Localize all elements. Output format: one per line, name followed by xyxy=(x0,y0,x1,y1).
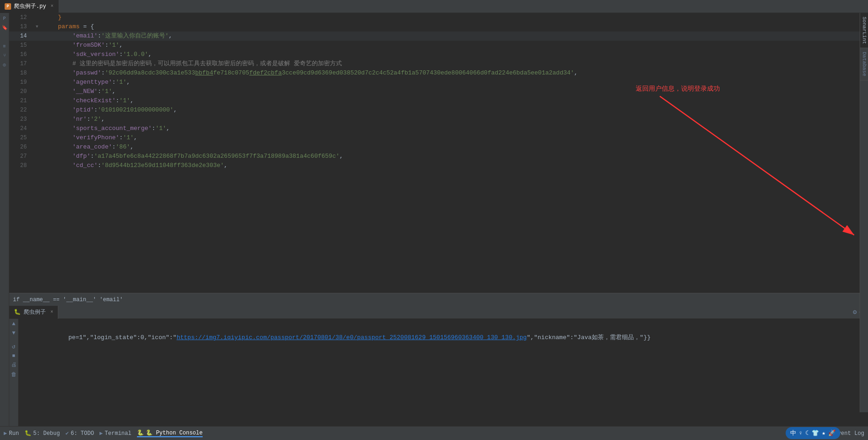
line-content-13: params = { xyxy=(42,22,868,31)
python-icon: 🐍 xyxy=(137,429,144,436)
system-tray-icon1: ♀ xyxy=(799,430,803,437)
todo-label: 6: TODO xyxy=(71,430,94,437)
system-tray-icon4: ★ xyxy=(822,429,825,437)
console-left-toolbar: ▲ ▼ ↺ ■ 🖨 🗑 xyxy=(9,319,19,426)
line-num-15: 15 xyxy=(9,41,32,50)
python-console-label: 🐍 Python Console xyxy=(146,429,203,436)
right-tab-database[interactable]: Database xyxy=(860,48,868,81)
console-output: pe=1","login_state":0,"icon":"https://im… xyxy=(19,319,868,426)
line-num-21: 21 xyxy=(9,96,32,105)
bottom-bar-text: if __name__ == '__main__' 'email' xyxy=(13,297,123,303)
structure-icon[interactable]: ≡ xyxy=(1,43,8,50)
console-trash-icon[interactable]: 🗑 xyxy=(11,371,17,378)
system-tray-icon2: ☾ xyxy=(805,429,809,437)
annotation-text: 返回用户信息，说明登录成功 xyxy=(636,85,720,92)
console-print-icon[interactable]: 🖨 xyxy=(11,361,17,368)
bottom-search-bar: if __name__ == '__main__' 'email' xyxy=(9,293,868,306)
status-run[interactable]: ▶ Run xyxy=(4,430,19,437)
python-file-icon: P xyxy=(5,3,11,10)
code-line-13: 13 ▼ params = { xyxy=(9,22,868,31)
left-sidebar: P 🔖 ≡ ⑂ ◎ xyxy=(0,13,9,426)
line-num-17: 17 xyxy=(9,59,32,68)
line-num-19: 19 xyxy=(9,78,32,87)
sonar-icon[interactable]: ◎ xyxy=(1,61,8,68)
console-output-line: pe=1","login_state":0,"icon":"https://im… xyxy=(25,322,862,353)
bookmark-icon[interactable]: 🔖 xyxy=(1,24,8,31)
run-label: Run xyxy=(9,430,19,437)
line-content-12: } xyxy=(42,13,868,22)
annotation-container: 返回用户信息，说明登录成功 xyxy=(636,85,720,93)
right-side-tabs: SonarLint Database xyxy=(860,13,868,412)
line-content-15: 'fromSDK':'1', xyxy=(42,41,868,50)
git-icon[interactable]: ⑂ xyxy=(1,52,8,59)
system-tray: 中 ♀ ☾ 👕 ★ 🚀 xyxy=(786,427,840,439)
status-debug[interactable]: 🐛 5: Debug xyxy=(25,430,60,437)
debug-label: 5: Debug xyxy=(33,430,60,437)
console-rerun-icon[interactable]: ↺ xyxy=(12,343,16,350)
line-content-17: # 这里的密码是加密后的密码，可以用抓包工具去获取加密后的密码，或者是破解 爱奇… xyxy=(42,59,868,68)
console-settings-icon[interactable]: ⚙ xyxy=(853,308,856,316)
line-gutter-13[interactable]: ▼ xyxy=(32,22,42,31)
console-tab-label: 爬虫例子 xyxy=(24,308,46,316)
line-num-28: 28 xyxy=(9,161,32,170)
todo-icon: ✔ xyxy=(65,430,68,437)
line-num-22: 22 xyxy=(9,105,32,115)
console-stop-icon[interactable]: ■ xyxy=(12,353,15,359)
console-url-link[interactable]: https://img7.iqiyipic.com/passport/20170… xyxy=(177,334,527,341)
code-line-19: 19 'agenttype':'1', xyxy=(9,78,868,87)
line-num-27: 27 xyxy=(9,152,32,161)
line-num-20: 20 xyxy=(9,87,32,96)
code-line-17: 17 # 这里的密码是加密后的密码，可以用抓包工具去获取加密后的密码，或者是破解… xyxy=(9,59,868,68)
line-num-13: 13 xyxy=(9,22,32,31)
line-num-18: 18 xyxy=(9,68,32,78)
console-up-icon[interactable]: ▲ xyxy=(12,321,15,327)
console-content: ▲ ▼ ↺ ■ 🖨 🗑 pe=1","login_state":0,"icon"… xyxy=(9,319,868,426)
project-icon[interactable]: P xyxy=(1,15,8,22)
console-down-icon[interactable]: ▼ xyxy=(12,330,15,336)
code-line-15: 15 'fromSDK':'1', xyxy=(9,41,868,50)
console-tab-debug[interactable]: 🐛 爬虫例子 × xyxy=(9,306,58,319)
console-text-prefix: pe=1","login_state":0,"icon":" xyxy=(68,334,177,341)
system-tray-icon3: 👕 xyxy=(812,429,819,437)
line-content-14[interactable]: 'email':'这里输入你自己的账号', xyxy=(42,31,868,41)
line-num-16: 16 xyxy=(9,50,32,59)
line-num-23: 23 xyxy=(9,115,32,124)
terminal-icon: ▶ xyxy=(99,430,103,437)
tab-close-button[interactable]: × xyxy=(51,4,54,9)
run-icon: ▶ xyxy=(4,430,7,437)
line-num-12: 12 xyxy=(9,13,32,22)
right-tab-sonarlint[interactable]: SonarLint xyxy=(860,13,868,48)
bug-icon: 🐛 xyxy=(14,309,21,316)
line-num-25: 25 xyxy=(9,133,32,143)
tab-filename: 爬虫例子.py xyxy=(14,2,46,10)
console-tab-close[interactable]: × xyxy=(50,310,53,315)
code-line-16: 16 'sdk_version':'1.0.0', xyxy=(9,50,868,59)
debug-icon: 🐛 xyxy=(25,430,31,437)
code-line-14: 14 'email':'这里输入你自己的账号', xyxy=(9,31,868,41)
status-bar: ▶ Run 🐛 5: Debug ✔ 6: TODO ▶ Terminal 🐍 … xyxy=(0,426,868,440)
annotation-arrow xyxy=(655,92,868,249)
console-text-suffix: ","nickname":"Java如茶，需君细品，"}} xyxy=(527,334,651,341)
console-tab-bar: 🐛 爬虫例子 × ⚙ ─ xyxy=(9,306,868,319)
status-terminal[interactable]: ▶ Terminal xyxy=(99,430,131,437)
system-tray-icon5: 🚀 xyxy=(828,429,836,437)
status-todo[interactable]: ✔ 6: TODO xyxy=(65,430,94,437)
console-section: 🐛 爬虫例子 × ⚙ ─ ▲ ▼ ↺ ■ 🖨 🗑 xyxy=(9,306,868,426)
line-content-16: 'sdk_version':'1.0.0', xyxy=(42,50,868,59)
line-content-19: 'agenttype':'1', xyxy=(42,78,868,87)
line-num-26: 26 xyxy=(9,143,32,152)
svg-line-1 xyxy=(660,96,854,235)
code-line-12: 12 } xyxy=(9,13,868,22)
status-python-console[interactable]: 🐍 🐍 Python Console xyxy=(137,429,203,437)
code-line-18: 18 'passwd':'92c06dd9a8cdc300c3a1e533bbf… xyxy=(9,68,868,78)
line-num-24: 24 xyxy=(9,124,32,133)
system-tray-text: 中 xyxy=(790,429,796,437)
line-content-18: 'passwd':'92c06dd9a8cdc300c3a1e533bbfb4f… xyxy=(42,68,868,78)
terminal-label: Terminal xyxy=(105,430,131,437)
tab-editor-file[interactable]: P 爬虫例子.py × xyxy=(0,0,59,13)
editor-tab-bar: P 爬虫例子.py × xyxy=(0,0,868,13)
line-num-14: 14 xyxy=(9,31,32,41)
